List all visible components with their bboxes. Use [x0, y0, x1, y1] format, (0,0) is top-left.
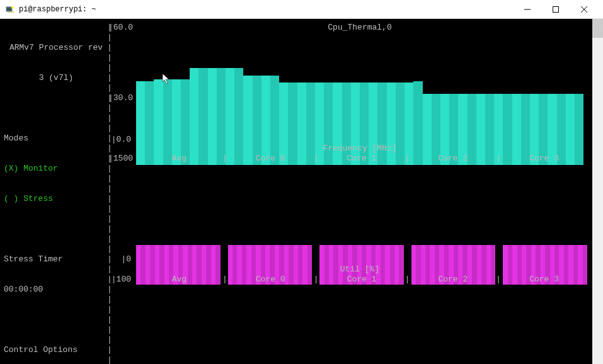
window-titlebar: pi@raspberrypi: ~: [0, 0, 603, 19]
svg-rect-4: [553, 6, 558, 12]
cursor-icon: [142, 63, 171, 98]
frequency-chart-title: Frequency [MHz]: [136, 144, 583, 154]
stress-timer-value: 00:00:00: [4, 285, 108, 295]
util-labels: Avg| Core 0| Core 1| Core 2| Core 3: [136, 275, 587, 285]
cpu-model-line2: 3 (v7l): [4, 73, 108, 83]
mode-stress[interactable]: ( ) Stress: [4, 194, 108, 204]
window-title: pi@raspberrypi: ~: [19, 5, 513, 14]
svg-point-2: [11, 6, 14, 9]
minimize-button[interactable]: [513, 1, 541, 18]
modes-heading: Modes: [4, 134, 108, 144]
svg-rect-1: [8, 11, 14, 13]
frequency-labels: Avg| Core 0| Core 1| Core 2| Core 3: [136, 154, 587, 164]
maximize-button[interactable]: [541, 1, 570, 18]
svg-rect-0: [6, 7, 12, 11]
cpu-model-line1: ARMv7 Processor rev: [4, 43, 108, 53]
frequency-chart: [136, 165, 587, 264]
thermal-chart: [136, 33, 583, 145]
terminal-viewport[interactable]: ARMv7 Processor rev 3 (v7l) Modes (X) Mo…: [0, 19, 592, 364]
control-options-heading: Control Options: [4, 345, 108, 355]
util-chart-title: Util [%]: [136, 264, 583, 275]
scrollbar-thumb[interactable]: [592, 19, 603, 38]
thermal-chart-title: Cpu_Thermal,0: [136, 23, 583, 33]
close-button[interactable]: [570, 1, 598, 18]
scrollbar[interactable]: [592, 19, 603, 364]
stress-timer-heading: Stress Timer: [4, 254, 108, 264]
y-axis-column: |60.0 |30.0 |0.0 |1500 |0 |100 |0: [108, 19, 134, 110]
putty-icon: [5, 4, 15, 14]
mode-monitor[interactable]: (X) Monitor: [4, 164, 108, 174]
sidebar: ARMv7 Processor rev 3 (v7l) Modes (X) Mo…: [0, 19, 108, 364]
